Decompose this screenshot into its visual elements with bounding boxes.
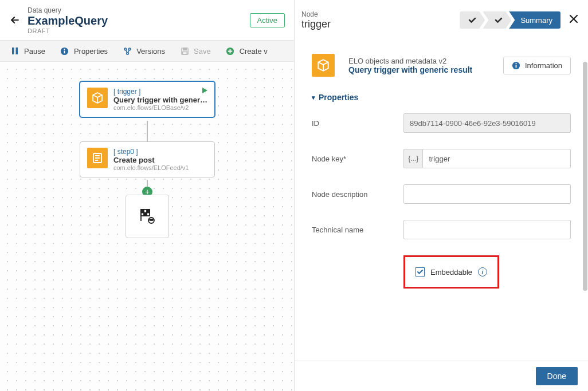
description-input[interactable] <box>403 184 571 204</box>
play-icon[interactable] <box>201 86 209 96</box>
plus-icon <box>226 46 235 56</box>
properties-label: Properties <box>74 47 108 56</box>
svg-rect-1 <box>16 48 18 54</box>
chevron-down-icon: ▾ <box>312 94 315 101</box>
properties-section-header[interactable]: ▾ Properties <box>312 93 571 102</box>
versions-button[interactable]: Versions <box>117 44 171 58</box>
summary-kicker: ELO objects and metadata v2 <box>348 57 495 65</box>
flow-canvas[interactable]: [ trigger ] Query trigger with generi… c… <box>0 62 294 391</box>
right-pane: Node trigger Summary <box>295 0 588 391</box>
node-title: Query trigger with generi… <box>113 96 207 104</box>
right-footer: Done <box>295 361 588 391</box>
create-button[interactable]: Create v <box>220 44 273 58</box>
svg-rect-16 <box>144 213 147 216</box>
create-label: Create v <box>240 47 268 56</box>
back-arrow-icon[interactable] <box>7 14 23 26</box>
node-name: trigger <box>301 18 454 30</box>
svg-rect-0 <box>12 48 14 54</box>
embeddable-checkbox[interactable] <box>415 267 425 277</box>
id-input <box>403 113 571 133</box>
node-key-label: Node key* <box>312 155 403 163</box>
header-kicker: Data query <box>28 6 250 14</box>
node-trigger[interactable]: [ trigger ] Query trigger with generi… c… <box>80 81 215 117</box>
versions-icon <box>123 46 132 56</box>
pause-label: Pause <box>24 47 45 56</box>
node-step0[interactable]: [ step0 ] Create post com.elo.flows/ELOF… <box>80 141 215 177</box>
step-seg-1[interactable] <box>460 11 485 29</box>
scrollbar[interactable] <box>582 62 588 360</box>
pause-icon <box>10 46 19 56</box>
step-seg-2[interactable] <box>483 11 511 29</box>
svg-point-5 <box>124 48 127 50</box>
svg-point-4 <box>64 49 65 50</box>
package-icon <box>312 54 335 77</box>
query-name: ExampleQuery <box>28 14 250 27</box>
info-icon <box>512 61 520 70</box>
end-node[interactable] <box>126 195 169 238</box>
node-title: Create post <box>113 156 207 164</box>
svg-rect-22 <box>516 65 517 68</box>
header-left: Data query ExampleQuery DRAFT Active <box>0 0 294 40</box>
connector <box>147 121 148 141</box>
save-icon <box>180 46 189 56</box>
right-content: ELO objects and metadata v2 Query trigge… <box>295 40 588 361</box>
query-status: DRAFT <box>28 27 250 34</box>
scrollbar-thumb[interactable] <box>583 62 587 291</box>
active-badge[interactable]: Active <box>250 13 285 27</box>
summary-title: Query trigger with generic result <box>348 65 495 74</box>
node-path: com.elo.flows/ELOFeed/v1 <box>113 164 207 171</box>
versions-label: Versions <box>136 47 165 56</box>
package-icon <box>87 88 108 108</box>
node-key-input[interactable] <box>422 149 571 168</box>
id-label: ID <box>312 119 403 128</box>
information-button[interactable]: Information <box>503 57 571 74</box>
svg-point-6 <box>128 48 131 50</box>
node-label: [ trigger ] <box>113 88 207 96</box>
done-button[interactable]: Done <box>536 367 578 385</box>
info-tooltip-icon[interactable]: i <box>478 267 487 277</box>
technical-name-input[interactable] <box>403 220 571 239</box>
svg-point-20 <box>152 219 153 220</box>
save-label: Save <box>194 47 211 56</box>
tech-label: Technical name <box>312 226 403 234</box>
field-node-description: Node description <box>312 184 571 204</box>
close-icon[interactable] <box>566 14 581 27</box>
left-pane: Data query ExampleQuery DRAFT Active Pau… <box>0 0 295 391</box>
info-icon <box>60 46 69 56</box>
toolbar: Pause Properties Versions Save <box>0 40 294 62</box>
save-button: Save <box>174 44 217 58</box>
step-seg-summary[interactable]: Summary <box>509 11 560 29</box>
svg-point-7 <box>126 52 128 54</box>
desc-label: Node description <box>312 190 403 199</box>
embeddable-highlight: Embeddable i <box>403 255 499 289</box>
node-kicker: Node <box>301 10 454 18</box>
svg-rect-3 <box>64 50 65 53</box>
svg-rect-9 <box>183 48 186 50</box>
svg-rect-10 <box>182 52 187 54</box>
embeddable-label: Embeddable <box>430 268 472 277</box>
pause-button[interactable]: Pause <box>5 44 51 58</box>
node-label: [ step0 ] <box>113 148 207 156</box>
document-icon <box>87 148 108 168</box>
field-technical-name: Technical name <box>312 220 571 239</box>
field-id: ID <box>312 113 571 133</box>
node-summary: ELO objects and metadata v2 Query trigge… <box>312 54 571 77</box>
svg-point-23 <box>515 63 516 64</box>
expression-prefix-icon[interactable]: {...} <box>403 149 422 168</box>
node-path: com.elo.flows/ELOBase/v2 <box>113 104 207 111</box>
step-chain: Summary <box>460 11 560 29</box>
header-right: Node trigger Summary <box>295 0 588 40</box>
field-node-key: Node key* {...} <box>312 149 571 168</box>
properties-button[interactable]: Properties <box>54 44 113 58</box>
